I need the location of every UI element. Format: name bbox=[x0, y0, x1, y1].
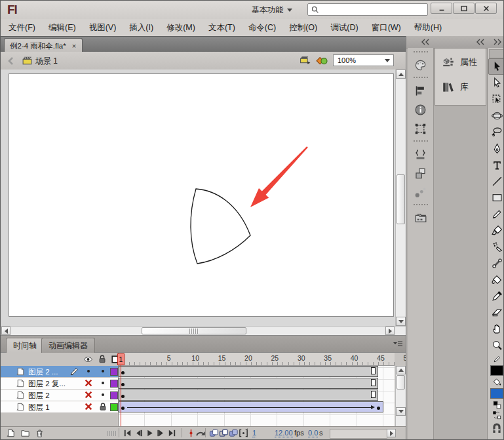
layer-row-3[interactable]: 图层 2 bbox=[1, 390, 118, 401]
menu-control[interactable]: 控制(O) bbox=[282, 20, 324, 36]
3d-rotation-tool[interactable] bbox=[488, 108, 504, 124]
panel-group-grip[interactable] bbox=[414, 204, 428, 207]
step-back-button[interactable] bbox=[134, 428, 144, 438]
search-input[interactable] bbox=[319, 4, 427, 15]
menu-commands[interactable]: 命令(C) bbox=[242, 20, 282, 36]
menu-view[interactable]: 视图(V) bbox=[83, 20, 123, 36]
zoom-level-select[interactable]: 100% bbox=[333, 54, 394, 66]
frame-ruler[interactable]: 5101520253035404550 bbox=[119, 353, 395, 366]
scroll-down-button[interactable] bbox=[396, 407, 406, 416]
panel-menu-icon[interactable] bbox=[393, 340, 403, 348]
step-forward-button[interactable] bbox=[156, 428, 166, 438]
eyedropper-tool[interactable] bbox=[488, 288, 504, 304]
layer-outline-color-swatch[interactable] bbox=[110, 391, 118, 399]
layer-outline-color-swatch[interactable] bbox=[110, 368, 118, 376]
modify-markers-button[interactable] bbox=[239, 428, 248, 438]
menu-window[interactable]: 窗口(W) bbox=[365, 20, 408, 36]
canvas-vertical-scrollbar[interactable] bbox=[395, 70, 406, 326]
scroll-right-button[interactable] bbox=[387, 429, 396, 437]
collapse-panels-icon[interactable] bbox=[420, 38, 431, 46]
layer-unlocked-dot-icon[interactable] bbox=[98, 378, 107, 388]
frame-row-3[interactable] bbox=[119, 390, 395, 401]
layer-unlocked-dot-icon[interactable] bbox=[98, 367, 107, 376]
static-frame-span[interactable] bbox=[119, 378, 378, 389]
timeline-vertical-scrollbar[interactable] bbox=[395, 366, 406, 426]
go-to-last-frame-button[interactable] bbox=[167, 428, 177, 438]
frame-rate-value[interactable]: 12.00 bbox=[275, 429, 293, 437]
menu-help[interactable]: 帮助(H) bbox=[408, 20, 448, 36]
hand-tool[interactable] bbox=[488, 321, 504, 337]
layer-locked-icon[interactable] bbox=[98, 402, 107, 412]
panel-group-grip[interactable] bbox=[414, 51, 428, 54]
text-tool[interactable] bbox=[488, 157, 504, 173]
free-transform-tool[interactable] bbox=[488, 91, 504, 108]
vertical-scroll-thumb[interactable] bbox=[397, 174, 405, 224]
panel-group-grip[interactable] bbox=[414, 140, 428, 144]
stage[interactable] bbox=[9, 73, 394, 317]
new-layer-button[interactable] bbox=[6, 428, 16, 438]
tab-motion-editor[interactable]: 动画编辑器 bbox=[41, 338, 95, 353]
lock-all-layers-icon[interactable] bbox=[98, 354, 107, 364]
static-frame-span[interactable] bbox=[119, 366, 378, 377]
fill-color-swatch[interactable] bbox=[490, 388, 503, 399]
stroke-color-swatch[interactable] bbox=[490, 365, 503, 376]
playhead-marker[interactable]: 1 bbox=[117, 353, 125, 365]
rectangle-tool[interactable] bbox=[488, 190, 504, 206]
align-panel-button[interactable] bbox=[411, 82, 431, 99]
info-panel-button[interactable] bbox=[411, 101, 431, 118]
deco-spray-tool[interactable] bbox=[488, 239, 504, 255]
black-and-white-button[interactable] bbox=[488, 399, 504, 410]
workspace-switcher-button[interactable]: 基本功能 bbox=[242, 3, 302, 16]
layer-hidden-x-icon[interactable] bbox=[84, 402, 93, 412]
onion-skin-button[interactable] bbox=[209, 428, 219, 438]
tween-frame-span[interactable] bbox=[119, 401, 383, 412]
menu-text[interactable]: 文本(T) bbox=[202, 20, 242, 36]
scroll-up-button[interactable] bbox=[396, 366, 406, 374]
scroll-up-button[interactable] bbox=[396, 70, 406, 79]
bone-tool[interactable] bbox=[488, 255, 504, 271]
stroke-color-button[interactable] bbox=[488, 353, 504, 365]
layer-row-2[interactable]: 图层 2 复... bbox=[1, 378, 118, 390]
selection-tool[interactable] bbox=[488, 58, 504, 75]
subselection-tool[interactable] bbox=[488, 75, 504, 91]
delete-layer-button[interactable] bbox=[35, 428, 45, 438]
components-panel-button[interactable] bbox=[411, 165, 431, 182]
brush-tool[interactable] bbox=[488, 222, 504, 239]
swap-colors-button[interactable] bbox=[488, 410, 504, 420]
canvas-horizontal-scrollbar[interactable] bbox=[1, 326, 406, 335]
close-button[interactable] bbox=[475, 3, 497, 14]
collapse-panels-icon[interactable] bbox=[475, 38, 486, 46]
layer-outline-color-swatch[interactable] bbox=[110, 380, 118, 388]
menu-edit[interactable]: 编辑(E) bbox=[42, 20, 83, 36]
timeline-horizontal-scroll-track[interactable] bbox=[330, 429, 387, 439]
play-button[interactable] bbox=[145, 428, 155, 438]
lasso-tool[interactable] bbox=[488, 124, 504, 140]
edit-scene-button[interactable] bbox=[300, 55, 311, 66]
loop-button[interactable] bbox=[195, 428, 206, 438]
document-tab[interactable]: 例2-4 雨和伞.fla* × bbox=[4, 38, 83, 53]
layer-visible-dot-icon[interactable] bbox=[84, 367, 93, 376]
edit-symbols-button[interactable] bbox=[316, 54, 328, 67]
motion-presets-panel-button[interactable] bbox=[411, 184, 431, 201]
properties-panel-button[interactable]: 属性 bbox=[435, 52, 486, 72]
snap-to-objects-button[interactable] bbox=[488, 420, 504, 435]
layer-row-1[interactable]: 图层 2 ... bbox=[1, 366, 118, 378]
scroll-left-button[interactable] bbox=[1, 327, 10, 335]
horizontal-scroll-thumb[interactable] bbox=[142, 327, 246, 334]
paint-bucket-tool[interactable] bbox=[488, 271, 504, 288]
frame-row-2[interactable] bbox=[119, 378, 395, 390]
pencil-tool[interactable] bbox=[488, 206, 504, 222]
code-snippets-panel-button[interactable] bbox=[411, 146, 431, 163]
tools-panel-grip[interactable] bbox=[489, 49, 504, 58]
layer-row-4[interactable]: 图层 1 bbox=[1, 401, 118, 413]
back-arrow-icon[interactable] bbox=[6, 56, 16, 66]
panel-resize-grip[interactable] bbox=[107, 431, 117, 436]
project-panel-button[interactable] bbox=[411, 209, 431, 226]
zoom-tool[interactable] bbox=[488, 337, 504, 353]
scroll-right-button[interactable] bbox=[385, 327, 395, 335]
menu-debug[interactable]: 调试(D) bbox=[324, 20, 364, 36]
pen-tool[interactable] bbox=[488, 140, 504, 157]
menu-modify[interactable]: 修改(M) bbox=[160, 20, 202, 36]
line-tool[interactable] bbox=[488, 173, 504, 190]
onion-skin-outlines-button[interactable] bbox=[219, 428, 229, 438]
